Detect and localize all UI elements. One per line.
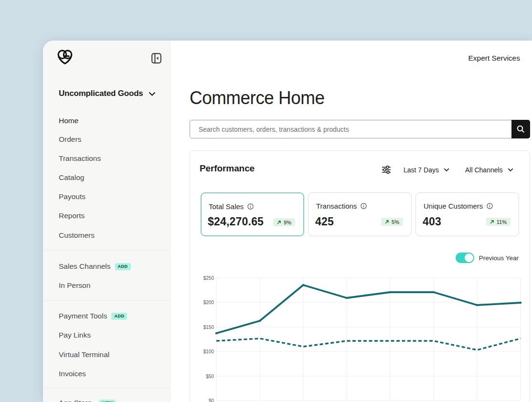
svg-text:$100: $100 xyxy=(203,349,214,354)
svg-text:$50: $50 xyxy=(206,374,214,379)
svg-text:$250: $250 xyxy=(203,275,214,281)
svg-text:$150: $150 xyxy=(203,325,214,330)
svg-text:$200: $200 xyxy=(203,300,214,305)
svg-text:$0: $0 xyxy=(209,398,214,402)
